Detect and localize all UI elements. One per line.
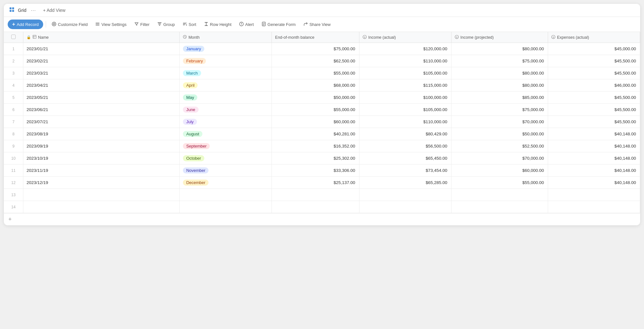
row-expenses-actual[interactable]: $45,500.00 (548, 116, 640, 128)
row-income-projected[interactable] (451, 189, 548, 201)
row-balance[interactable]: $25,137.00 (272, 177, 359, 189)
row-month[interactable]: January (180, 43, 272, 55)
row-name[interactable]: 2023/11/19 (23, 164, 179, 177)
row-height-button[interactable]: Row Height (201, 20, 235, 29)
view-settings-button[interactable]: View Settings (92, 20, 130, 29)
row-expenses-actual[interactable]: $45,500.00 (548, 67, 640, 79)
table-row[interactable]: 72023/07/21July$60,000.00$110,000.00$70,… (4, 116, 640, 128)
row-month[interactable]: April (180, 79, 272, 92)
row-month[interactable] (180, 189, 272, 201)
row-expenses-actual[interactable]: $46,000.00 (548, 79, 640, 92)
row-name[interactable] (23, 201, 179, 213)
row-name[interactable]: 2023/09/19 (23, 140, 179, 152)
row-name[interactable]: 2023/03/21 (23, 67, 179, 79)
row-balance[interactable] (272, 201, 359, 213)
row-expenses-actual[interactable]: $40,148.00 (548, 140, 640, 152)
row-month[interactable]: June (180, 104, 272, 116)
row-balance[interactable]: $50,000.00 (272, 92, 359, 104)
group-button[interactable]: Group (154, 20, 178, 29)
row-month[interactable]: March (180, 67, 272, 79)
row-balance[interactable]: $33,306.00 (272, 164, 359, 177)
row-income-actual[interactable]: $56,500.00 (359, 140, 451, 152)
table-row[interactable]: 122023/12/19December$25,137.00$65,285.00… (4, 177, 640, 189)
row-balance[interactable]: $25,302.00 (272, 152, 359, 164)
add-view-button[interactable]: + Add View (40, 6, 68, 14)
table-row[interactable]: 62023/06/21June$55,000.00$105,000.00$75,… (4, 104, 640, 116)
alert-button[interactable]: Alert (236, 20, 257, 29)
row-name[interactable]: 2023/01/21 (23, 43, 179, 55)
table-row[interactable]: 14 (4, 201, 640, 213)
row-name[interactable]: 2023/08/19 (23, 128, 179, 140)
row-income-actual[interactable] (359, 201, 451, 213)
row-month[interactable] (180, 201, 272, 213)
row-balance[interactable]: $68,000.00 (272, 79, 359, 92)
row-name[interactable]: 2023/04/21 (23, 79, 179, 92)
row-income-projected[interactable]: $55,000.00 (451, 177, 548, 189)
row-income-actual[interactable]: $73,454.00 (359, 164, 451, 177)
expenses-actual-header[interactable]: $ Expenses (actual) (548, 32, 640, 43)
row-name[interactable] (23, 189, 179, 201)
table-row[interactable]: 13 (4, 189, 640, 201)
row-income-actual[interactable]: $120,000.00 (359, 43, 451, 55)
row-expenses-actual[interactable]: $40,148.00 (548, 164, 640, 177)
table-row[interactable]: 32023/03/21March$55,000.00$105,000.00$80… (4, 67, 640, 79)
sort-button[interactable]: Sort (179, 20, 200, 29)
income-projected-header[interactable]: $ Income (projected) (451, 32, 548, 43)
row-month[interactable]: October (180, 152, 272, 164)
row-income-actual[interactable]: $110,000.00 (359, 116, 451, 128)
select-all-checkbox[interactable] (11, 35, 16, 39)
row-income-actual[interactable]: $65,450.00 (359, 152, 451, 164)
row-income-projected[interactable]: $75,000.00 (451, 55, 548, 67)
row-income-projected[interactable]: $70,000.00 (451, 152, 548, 164)
table-row[interactable]: 42023/04/21April$68,000.00$115,000.00$80… (4, 79, 640, 92)
row-balance[interactable]: $60,000.00 (272, 116, 359, 128)
row-income-projected[interactable]: $75,000.00 (451, 104, 548, 116)
row-expenses-actual[interactable]: $45,500.00 (548, 92, 640, 104)
row-month[interactable]: February (180, 55, 272, 67)
row-expenses-actual[interactable]: $45,500.00 (548, 104, 640, 116)
income-actual-header[interactable]: $ Income (actual) (359, 32, 451, 43)
table-row[interactable]: 82023/08/19August$40,281.00$80,429.00$50… (4, 128, 640, 140)
row-income-projected[interactable]: $70,000.00 (451, 116, 548, 128)
row-income-projected[interactable]: $85,000.00 (451, 92, 548, 104)
row-income-actual[interactable]: $65,285.00 (359, 177, 451, 189)
row-expenses-actual[interactable]: $45,500.00 (548, 55, 640, 67)
row-expenses-actual[interactable]: $40,148.00 (548, 128, 640, 140)
row-month[interactable]: November (180, 164, 272, 177)
share-view-button[interactable]: Share View (300, 20, 334, 29)
row-income-actual[interactable]: $105,000.00 (359, 67, 451, 79)
row-month[interactable]: August (180, 128, 272, 140)
filter-button[interactable]: Filter (131, 20, 153, 29)
table-row[interactable]: 22023/02/21February$62,500.00$110,000.00… (4, 55, 640, 67)
row-month[interactable]: July (180, 116, 272, 128)
row-expenses-actual[interactable] (548, 201, 640, 213)
row-income-actual[interactable]: $110,000.00 (359, 55, 451, 67)
row-expenses-actual[interactable] (548, 189, 640, 201)
row-income-projected[interactable] (451, 201, 548, 213)
generate-form-button[interactable]: Generate Form (258, 20, 299, 29)
add-record-button[interactable]: + Add Record (8, 20, 43, 29)
row-month[interactable]: May (180, 92, 272, 104)
row-balance[interactable]: $55,000.00 (272, 104, 359, 116)
table-row[interactable]: 112023/11/19November$33,306.00$73,454.00… (4, 164, 640, 177)
row-month[interactable]: December (180, 177, 272, 189)
row-income-actual[interactable] (359, 189, 451, 201)
month-header[interactable]: Month (180, 32, 272, 43)
row-income-projected[interactable]: $80,000.00 (451, 67, 548, 79)
row-name[interactable]: 2023/06/21 (23, 104, 179, 116)
row-name[interactable]: 2023/07/21 (23, 116, 179, 128)
row-income-projected[interactable]: $80,000.00 (451, 43, 548, 55)
balance-header[interactable]: End-of-month balance (272, 32, 359, 43)
row-name[interactable]: 2023/05/21 (23, 92, 179, 104)
row-balance[interactable]: $16,352.00 (272, 140, 359, 152)
table-row[interactable]: 12023/01/21January$75,000.00$120,000.00$… (4, 43, 640, 55)
row-name[interactable]: 2023/02/21 (23, 55, 179, 67)
view-menu-dots[interactable]: ⋯ (31, 7, 36, 13)
row-income-actual[interactable]: $100,000.00 (359, 92, 451, 104)
row-income-actual[interactable]: $80,429.00 (359, 128, 451, 140)
row-balance[interactable]: $75,000.00 (272, 43, 359, 55)
table-row[interactable]: 92023/09/19September$16,352.00$56,500.00… (4, 140, 640, 152)
customize-field-button[interactable]: Customize Field (49, 20, 91, 29)
name-header[interactable]: 🔒 Name (23, 32, 179, 43)
row-balance[interactable] (272, 189, 359, 201)
